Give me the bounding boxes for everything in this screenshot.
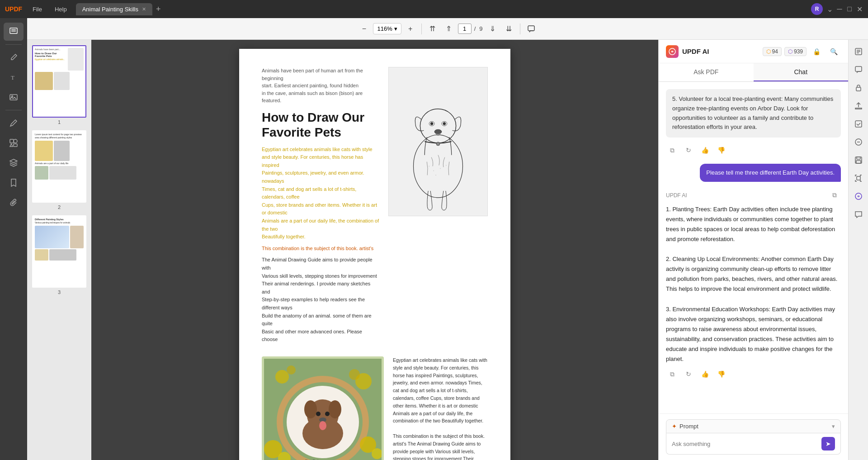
gold-credits-icon: ⬡	[766, 48, 771, 55]
thumbnail-img-2: Lorem ipsum text content for page two pr…	[32, 130, 86, 203]
svg-text:T: T	[11, 74, 14, 81]
tab-chat[interactable]: Chat	[754, 63, 849, 81]
right-sidebar-save-icon[interactable]	[850, 152, 867, 168]
purple-credits-badge: ⬡ 939	[784, 47, 807, 56]
prompt-selector[interactable]: ✦ Prompt ▾	[666, 419, 841, 433]
right-sidebar-ai-icon[interactable]	[850, 188, 867, 204]
ai-input-area: ✦ Prompt ▾ ➤	[659, 413, 848, 460]
pdf-content-area[interactable]: Animals have been part of human art from…	[91, 40, 658, 460]
copy-prev-button[interactable]: ⧉	[666, 144, 679, 156]
zoom-level: 116%	[377, 25, 392, 32]
purple-credits-icon: ⬡	[788, 48, 793, 55]
pdf-red-text: This combination is the subject of this …	[262, 245, 379, 253]
title-bar: UPDF File Help Animal Painting Skills ✕ …	[0, 0, 868, 18]
pdf-page: Animals have been part of human art from…	[239, 49, 510, 460]
svg-point-18	[436, 142, 440, 146]
comment-button[interactable]	[524, 22, 538, 36]
thumbnail-1[interactable]: Animals have been part... How to Draw Ou…	[30, 43, 88, 127]
svg-rect-52	[856, 161, 861, 163]
send-button[interactable]: ➤	[821, 437, 835, 451]
prompt-chevron-icon: ▾	[832, 423, 835, 430]
ai-tabs: Ask PDF Chat	[659, 63, 848, 82]
tab-ask-pdf[interactable]: Ask PDF	[659, 63, 754, 81]
ai-messages[interactable]: 5. Volunteer for a local tree-planting e…	[659, 82, 848, 413]
right-sidebar-comment-icon[interactable]	[850, 62, 867, 78]
sidebar-annotate-icon[interactable]	[4, 114, 24, 132]
thumbdown-response-button[interactable]: 👎	[715, 368, 727, 380]
toolbar-sep-1	[421, 24, 422, 34]
prev-page-button[interactable]: ⇑	[442, 22, 456, 36]
dropdown-icon[interactable]: ⌄	[826, 6, 833, 12]
copy-bot-button[interactable]: ⧉	[828, 189, 841, 202]
close-window-button[interactable]: ✕	[856, 6, 863, 12]
menu-help[interactable]: Help	[49, 4, 72, 14]
last-page-button[interactable]: ⇊	[502, 22, 516, 36]
sidebar-shapes-icon[interactable]	[4, 134, 24, 152]
svg-point-26	[287, 365, 296, 375]
add-tab-button[interactable]: +	[152, 5, 165, 14]
user-avatar[interactable]: R	[811, 3, 823, 15]
svg-rect-2	[11, 31, 16, 32]
search-ai-button[interactable]: 🔍	[826, 44, 841, 59]
prev-message-actions: ⧉ ↻ 👍 👎	[666, 144, 841, 156]
thumbnail-3[interactable]: Different Painting Styles Various painti…	[30, 213, 88, 297]
right-sidebar-upload-icon[interactable]	[850, 98, 867, 114]
sidebar-image-icon[interactable]	[4, 88, 24, 106]
right-sidebar-minus-icon[interactable]	[850, 134, 867, 150]
ask-input[interactable]	[672, 441, 818, 447]
window-controls: R ⌄ ─ □ ✕	[811, 3, 863, 15]
menu-file[interactable]: File	[27, 4, 47, 14]
thumbnail-label-1: 1	[58, 119, 61, 125]
right-sidebar-chat-icon[interactable]	[850, 206, 867, 223]
next-page-button[interactable]: ⇓	[486, 22, 500, 36]
refresh-response-button[interactable]: ↻	[682, 368, 695, 380]
sidebar-attach-icon[interactable]	[4, 194, 24, 212]
svg-rect-9	[14, 144, 17, 147]
left-sidebar: T	[0, 18, 27, 460]
thumbup-prev-button[interactable]: 👍	[698, 144, 711, 156]
sidebar-home-icon[interactable]	[4, 23, 24, 41]
active-tab[interactable]: Animal Painting Skills ✕	[76, 3, 152, 15]
svg-point-16	[443, 122, 446, 125]
svg-point-35	[316, 412, 321, 416]
svg-point-7	[14, 139, 17, 143]
sidebar-pen-icon[interactable]	[4, 48, 24, 66]
close-tab-button[interactable]: ✕	[142, 6, 146, 12]
gold-credits-badge: ⬡ 94	[763, 47, 782, 56]
thumbdown-prev-button[interactable]: 👎	[715, 144, 727, 156]
copy-response-button[interactable]: ⧉	[666, 368, 679, 380]
purple-credits-value: 939	[794, 48, 803, 55]
refresh-prev-button[interactable]: ↻	[682, 144, 695, 156]
pdf-highlighted-text: Egyptian art celebrates animals like cat…	[262, 146, 379, 241]
right-sidebar-properties-icon[interactable]	[850, 43, 867, 60]
bot-message-actions: ⧉ ↻ 👍 👎	[666, 368, 841, 380]
zoom-out-button[interactable]: −	[357, 22, 371, 36]
lock-button[interactable]: 🔒	[809, 44, 824, 59]
pdf-header-text: Animals have been part of human art from…	[262, 67, 379, 104]
right-sidebar-lock-icon[interactable]	[850, 80, 867, 96]
content-wrap: − 116% ▾ + ⇈ ⇑ / 9 ⇓ ⇊	[27, 18, 868, 460]
sidebar-text-icon[interactable]: T	[4, 68, 24, 86]
svg-rect-10	[528, 26, 534, 31]
first-page-button[interactable]: ⇈	[425, 22, 440, 36]
thumbnail-panel[interactable]: Animals have been part... How to Draw Ou…	[27, 40, 91, 460]
pdf-main-title: How to Draw OurFavorite Pets	[262, 110, 379, 140]
prompt-label: Prompt	[679, 423, 698, 430]
sidebar-bookmark-icon[interactable]	[4, 174, 24, 192]
pdf-page-wrapper: Animals have been part of human art from…	[239, 49, 510, 460]
maximize-button[interactable]: □	[846, 6, 853, 12]
right-sidebar-ocr-icon[interactable]	[850, 170, 867, 186]
current-page-input[interactable]	[458, 24, 472, 34]
page-separator: /	[474, 25, 476, 32]
dog-illustration	[388, 67, 488, 216]
zoom-display[interactable]: 116% ▾	[373, 23, 401, 34]
ai-header: UPDF AI ⬡ 94 ⬡ 939 🔒 🔍	[659, 40, 848, 63]
thumbup-response-button[interactable]: 👍	[698, 368, 711, 380]
tab-title: Animal Painting Skills	[82, 6, 138, 13]
thumbnail-2[interactable]: Lorem ipsum text content for page two pr…	[30, 128, 88, 212]
sidebar-layers-icon[interactable]	[4, 154, 24, 172]
svg-point-22	[446, 165, 447, 166]
zoom-in-button[interactable]: +	[403, 22, 418, 36]
right-sidebar-check-icon[interactable]	[850, 116, 867, 132]
minimize-button[interactable]: ─	[836, 6, 843, 12]
